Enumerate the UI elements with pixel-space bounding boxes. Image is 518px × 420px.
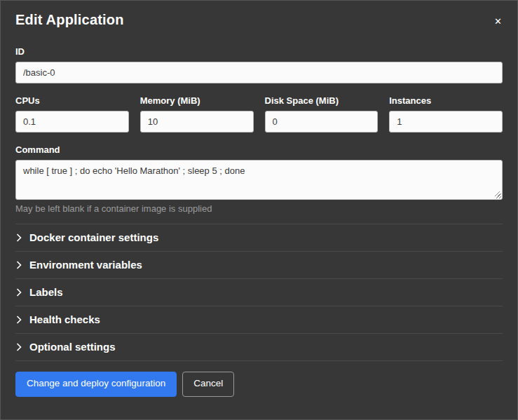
section-label: Docker container settings xyxy=(29,231,158,243)
instances-label: Instances xyxy=(389,95,503,106)
disk-label: Disk Space (MiB) xyxy=(265,95,379,106)
cancel-button[interactable]: Cancel xyxy=(182,372,234,397)
edit-application-modal: { "modal": { "title": "Edit Application"… xyxy=(0,0,518,420)
command-field-group: Command while [ true ] ; do echo 'Hello … xyxy=(15,144,503,214)
section-label: Optional settings xyxy=(29,341,116,353)
section-health-checks[interactable]: Health checks xyxy=(15,306,503,334)
section-label: Health checks xyxy=(29,313,100,325)
modal-title: Edit Application xyxy=(15,12,124,28)
disk-input[interactable] xyxy=(265,111,379,133)
modal-header: Edit Application ✕ xyxy=(1,1,517,37)
section-label: Environment variables xyxy=(29,259,142,271)
close-icon[interactable]: ✕ xyxy=(493,14,503,29)
disk-field-group: Disk Space (MiB) xyxy=(265,95,379,133)
chevron-right-icon xyxy=(16,261,22,269)
section-labels[interactable]: Labels xyxy=(15,279,503,306)
instances-input[interactable] xyxy=(389,111,503,133)
command-input[interactable]: while [ true ] ; do echo 'Hello Marathon… xyxy=(15,160,503,200)
command-label: Command xyxy=(15,144,503,155)
instances-field-group: Instances xyxy=(389,95,503,133)
modal-footer: Change and deploy configuration Cancel xyxy=(1,361,517,411)
id-label: ID xyxy=(15,46,503,57)
id-field-group: ID xyxy=(15,46,503,83)
section-label: Labels xyxy=(29,286,63,298)
section-docker-container-settings[interactable]: Docker container settings xyxy=(15,224,503,252)
chevron-right-icon xyxy=(16,288,22,297)
command-help-text: May be left blank if a container image i… xyxy=(15,203,503,214)
modal-body: ID CPUs Memory (MiB) Disk Space (MiB) In… xyxy=(1,37,517,361)
memory-label: Memory (MiB) xyxy=(140,95,254,106)
cpus-field-group: CPUs xyxy=(15,95,129,133)
id-input[interactable] xyxy=(15,62,503,83)
cpus-label: CPUs xyxy=(15,95,129,106)
cpus-input[interactable] xyxy=(15,111,129,133)
chevron-right-icon xyxy=(16,343,22,351)
change-and-deploy-button[interactable]: Change and deploy configuration xyxy=(15,372,177,397)
resources-row: CPUs Memory (MiB) Disk Space (MiB) Insta… xyxy=(15,95,503,133)
memory-field-group: Memory (MiB) xyxy=(140,95,254,133)
section-optional-settings[interactable]: Optional settings xyxy=(15,334,503,361)
chevron-right-icon xyxy=(16,233,22,242)
memory-input[interactable] xyxy=(140,111,254,133)
section-environment-variables[interactable]: Environment variables xyxy=(15,252,503,279)
chevron-right-icon xyxy=(16,316,22,324)
collapsible-sections: Docker container settings Environment va… xyxy=(15,224,503,361)
